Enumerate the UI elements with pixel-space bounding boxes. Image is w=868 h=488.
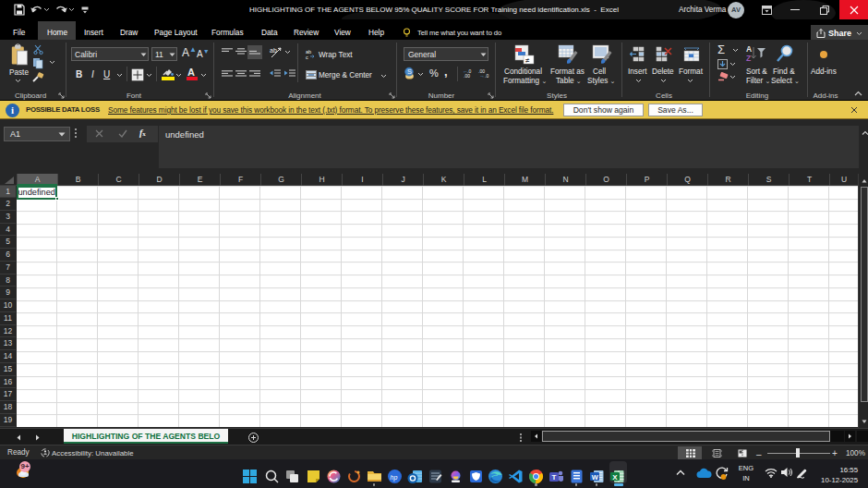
svg-text:c: c (306, 55, 308, 60)
svg-text:.0: .0 (485, 73, 488, 79)
svg-text:S: S (407, 67, 412, 76)
svg-text:W: W (591, 472, 598, 481)
svg-text:T: T (551, 473, 556, 482)
svg-text:X: X (612, 472, 618, 481)
svg-text:Z: Z (746, 54, 751, 63)
svg-text:.00: .00 (464, 73, 470, 79)
svg-text:≠: ≠ (525, 56, 530, 65)
svg-text:A: A (746, 44, 752, 54)
svg-text:hp: hp (390, 473, 397, 481)
